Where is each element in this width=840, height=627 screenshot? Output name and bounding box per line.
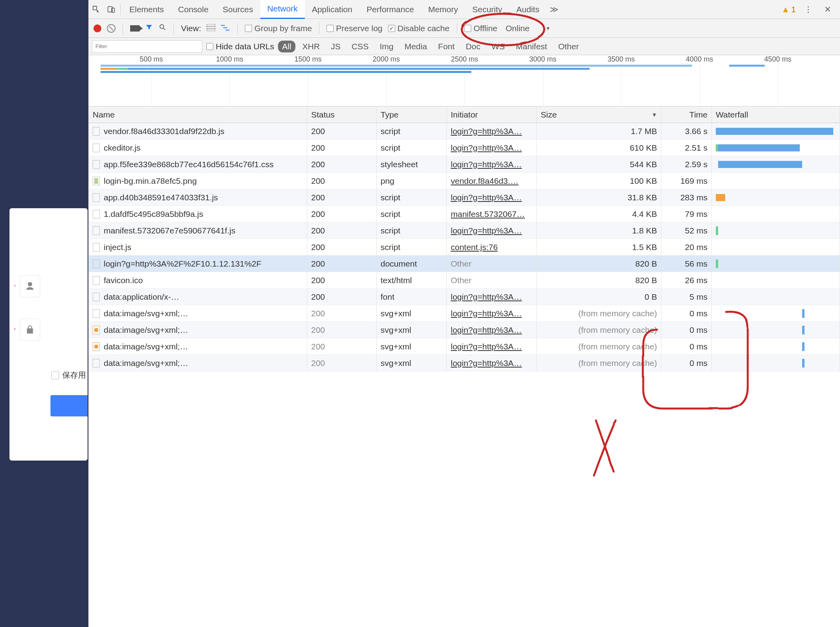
filter-chip-xhr[interactable]: XHR [299,41,324,52]
remember-checkbox[interactable] [51,371,59,379]
filter-chip-img[interactable]: Img [376,41,398,52]
throttling-select[interactable]: Online [503,23,532,34]
filter-input[interactable] [92,40,202,53]
filter-chip-css[interactable]: CSS [347,41,372,52]
request-status: 200 [307,156,377,172]
preserve-log-checkbox[interactable]: Preserve log [327,24,383,33]
tab-memory[interactable]: Memory [421,0,465,19]
throttling-caret-icon[interactable]: ▼ [546,26,551,31]
request-name: app.d40b348591e474033f31.js [104,193,218,202]
request-initiator[interactable]: login?g=http%3A… [451,160,522,169]
tab-sources[interactable]: Sources [216,0,260,19]
request-type: svg+xml [377,322,447,338]
request-time: 0 ms [661,338,712,355]
col-type[interactable]: Type [377,106,447,123]
request-name: data:application/x-… [104,292,179,302]
filter-chip-js[interactable]: JS [327,41,345,52]
file-icon [93,259,100,268]
request-name: manifest.5732067e7e590677641f.js [104,226,235,235]
request-status: 200 [307,305,377,321]
request-initiator[interactable]: login?g=http%3A… [451,226,522,235]
table-header[interactable]: Name Status Type Initiator Size▼ Time Wa… [89,106,840,123]
tabs-overflow-icon[interactable]: ≫ [547,0,562,19]
login-button[interactable] [50,395,88,416]
col-name[interactable]: Name [89,106,307,123]
request-size: (from memory cache) [537,305,661,321]
disable-cache-checkbox[interactable]: Disable cache [388,24,450,33]
inspect-icon[interactable] [89,0,104,19]
view-waterfall-icon[interactable] [221,24,230,33]
request-initiator[interactable]: manifest.5732067… [451,209,525,219]
request-initiator[interactable]: login?g=http%3A… [451,193,522,202]
view-large-icon[interactable] [207,24,215,33]
request-status: 200 [307,256,377,272]
table-row[interactable]: 1.dafdf5c495c89a5bbf9a.js200scriptmanife… [89,206,840,222]
table-row[interactable]: data:image/svg+xml;…200svg+xmllogin?g=ht… [89,322,840,338]
col-status[interactable]: Status [307,106,377,123]
table-row[interactable]: app.f5fee339e868cb77ec416d56154c76f1.css… [89,156,840,173]
tab-performance[interactable]: Performance [359,0,421,19]
table-row[interactable]: inject.js200scriptcontent.js:761.5 KB20 … [89,239,840,256]
group-by-frame-checkbox[interactable]: Group by frame [245,24,312,33]
clear-button[interactable] [107,24,116,33]
request-size: (from memory cache) [537,355,661,371]
tab-console[interactable]: Console [171,0,216,19]
request-initiator[interactable]: login?g=http%3A… [451,358,522,368]
filter-chip-other[interactable]: Other [554,41,583,52]
table-row[interactable]: data:image/svg+xml;…200svg+xmllogin?g=ht… [89,338,840,355]
table-row[interactable]: login?g=http%3A%2F%2F10.1.12.131%2F200do… [89,256,840,272]
request-initiator[interactable]: login?g=http%3A… [451,325,522,335]
filter-chip-font[interactable]: Font [434,41,459,52]
table-row[interactable]: data:image/svg+xml;…200svg+xmllogin?g=ht… [89,355,840,371]
request-initiator[interactable]: login?g=http%3A… [451,127,522,136]
request-initiator[interactable]: login?g=http%3A… [451,309,522,318]
table-row[interactable]: ckeditor.js200scriptlogin?g=http%3A…610 … [89,140,840,156]
filter-chip-all[interactable]: All [278,41,295,52]
tab-network[interactable]: Network [260,0,305,19]
svg-line-3 [164,28,165,30]
request-initiator[interactable]: login?g=http%3A… [451,292,522,302]
request-type: script [377,189,447,205]
remember-row[interactable]: 保存用 [51,370,86,381]
screenshot-icon[interactable] [130,25,140,32]
timeline-tick: 500 ms [140,55,163,63]
tab-application[interactable]: Application [305,0,360,19]
filter-chip-ws[interactable]: WS [487,41,509,52]
tab-audits[interactable]: Audits [509,0,546,19]
filter-chip-media[interactable]: Media [401,41,431,52]
filter-chip-doc[interactable]: Doc [462,41,484,52]
svg-rect-7 [221,25,225,26]
col-time[interactable]: Time [661,106,712,123]
tab-elements[interactable]: Elements [122,0,171,19]
table-row[interactable]: app.d40b348591e474033f31.js200scriptlogi… [89,189,840,206]
password-field-icon[interactable] [20,319,40,341]
overview-timeline[interactable]: 500 ms1000 ms1500 ms2000 ms2500 ms3000 m… [89,55,840,106]
devtools-panel: ElementsConsoleSourcesNetworkApplication… [88,0,840,627]
offline-checkbox[interactable]: Offline [464,24,497,33]
request-initiator[interactable]: vendor.f8a46d3.… [451,176,519,186]
filter-toggle-icon[interactable] [145,23,153,33]
request-initiator[interactable]: content.js:76 [451,243,498,252]
hide-data-urls-checkbox[interactable]: Hide data URLs [206,42,274,51]
col-waterfall[interactable]: Waterfall [712,106,840,123]
table-row[interactable]: data:image/svg+xml;…200svg+xmllogin?g=ht… [89,305,840,322]
device-toggle-icon[interactable] [104,0,119,19]
table-row[interactable]: favicon.ico200text/htmlOther820 B26 ms [89,272,840,289]
col-initiator[interactable]: Initiator [447,106,537,123]
col-size[interactable]: Size▼ [537,106,661,123]
warning-count[interactable]: ▲ 1 [782,5,796,14]
table-row[interactable]: vendor.f8a46d33301daf9f22db.js200scriptl… [89,123,840,140]
record-button[interactable] [93,24,101,32]
close-devtools-icon[interactable]: ✕ [820,0,835,19]
request-waterfall [712,140,840,156]
username-field-icon[interactable] [20,275,40,297]
kebab-menu-icon[interactable]: ⋮ [801,0,816,19]
table-row[interactable]: data:application/x-…200fontlogin?g=http%… [89,289,840,305]
request-initiator[interactable]: login?g=http%3A… [451,143,522,153]
tab-security[interactable]: Security [465,0,509,19]
filter-chip-manifest[interactable]: Manifest [512,41,551,52]
request-initiator[interactable]: login?g=http%3A… [451,342,522,351]
table-row[interactable]: login-bg.min.a78efc5.png200pngvendor.f8a… [89,173,840,189]
table-row[interactable]: manifest.5732067e7e590677641f.js200scrip… [89,222,840,239]
search-icon[interactable] [159,23,166,33]
